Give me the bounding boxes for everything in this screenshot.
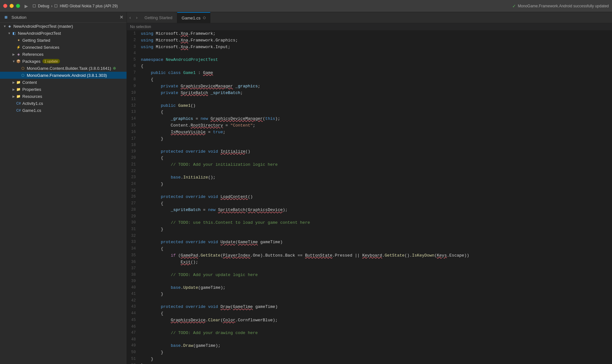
package1-update-icon: ⊕ (113, 66, 116, 70)
resources-item[interactable]: ▶ 📁 Resources (0, 93, 127, 100)
properties-label: Properties (22, 87, 41, 92)
code-line-33: 33 protected override void Update(GameTi… (127, 239, 612, 246)
code-line-40: 40 base.Update(gameTime); (127, 285, 612, 291)
references-icon: ◈ (16, 52, 21, 57)
tab-forward-button[interactable]: › (134, 12, 140, 23)
line-num-36: 36 (127, 259, 140, 266)
run-button[interactable]: ▶ (23, 3, 29, 9)
code-line-49: 49 base.Draw(gameTime); (127, 343, 612, 349)
line-content-26: protected override void LoadContent() (140, 194, 612, 200)
line-num-48: 48 (127, 337, 140, 343)
line-num-29: 29 (127, 214, 140, 220)
solution-node[interactable]: ▼ ◈ NewAndroidProjectTest (master) (0, 23, 127, 30)
game1-item[interactable]: C# Game1.cs (0, 107, 127, 114)
line-content-50: } (140, 349, 612, 356)
line-num-24: 24 (127, 181, 140, 188)
game1-icon: C# (16, 108, 21, 113)
code-line-8: 8 { (127, 76, 612, 83)
package1-label: MonoGame.Content.Builder.Task (3.8.0.164… (27, 66, 111, 71)
line-content-33: protected override void Update(GameTime … (140, 239, 612, 246)
code-line-20: 20 { (127, 155, 612, 162)
line-num-33: 33 (127, 239, 140, 246)
titlebar-status: ✓ MonoGame.Framework.Android successfull… (512, 4, 609, 9)
project-node[interactable]: ▼ ◧ NewAndroidProjectTest (0, 30, 127, 37)
content-icon: 📁 (16, 80, 21, 85)
references-item[interactable]: ▶ ◈ References (0, 51, 127, 58)
package-child-1[interactable]: ⬡ MonoGame.Content.Builder.Task (3.8.0.1… (0, 65, 127, 72)
package-child-2[interactable]: ⬡ MonoGame.Framework.Android (3.8.1.303) (0, 72, 127, 79)
main-layout: ⊞ Solution ✕ ▼ ◈ NewAndroidProjectTest (… (0, 12, 612, 364)
code-line-11: 11 (127, 96, 612, 102)
content-item[interactable]: ▶ 📁 Content (0, 79, 127, 86)
code-line-25: 25 (127, 188, 612, 194)
sidebar: ⊞ Solution ✕ ▼ ◈ NewAndroidProjectTest (… (0, 12, 127, 364)
code-line-6: 6 { (127, 63, 612, 70)
project-label: NewAndroidProjectTest (18, 31, 61, 36)
solution-icon: ◈ (7, 24, 12, 29)
maximize-button[interactable] (16, 4, 20, 8)
line-content-7: public class Game1 : Game (140, 70, 612, 76)
game1-tab-label: Game1.cs (182, 16, 200, 20)
line-content-30: // TODO: use this.Content to load your g… (140, 220, 612, 226)
line-num-8: 8 (127, 76, 140, 83)
line-content-38: // TODO: Add your update logic here (140, 272, 612, 279)
connected-services-item[interactable]: ⚡ Connected Services (0, 44, 127, 51)
game1-arrow (11, 108, 16, 113)
titlebar-info: ☐ Debug › ☐ HMD Global Nokia 7 plus (API… (33, 4, 118, 8)
code-line-7: 7 public class Game1 : Game (127, 70, 612, 76)
code-editor[interactable]: 1 using Microsoft.Xna.Framework; 2 using… (127, 31, 612, 364)
activity1-label: Activity1.cs (22, 101, 43, 106)
line-content-51: } (140, 356, 612, 363)
code-line-51: 51 } (127, 356, 612, 363)
close-sidebar-button[interactable]: ✕ (120, 15, 123, 20)
tab-back-button[interactable]: ‹ (127, 12, 134, 23)
line-content-40: base.Update(gameTime); (140, 285, 612, 291)
line-num-27: 27 (127, 200, 140, 207)
getting-started-item[interactable]: ✦ Getting Started (0, 37, 127, 44)
line-num-25: 25 (127, 188, 140, 194)
line-num-18: 18 (127, 142, 140, 148)
minimize-button[interactable] (10, 4, 14, 8)
line-num-19: 19 (127, 149, 140, 155)
properties-item[interactable]: ▶ 📁 Properties (0, 86, 127, 93)
properties-icon: 📁 (16, 87, 21, 92)
debug-label: Debug (38, 4, 49, 8)
line-num-31: 31 (127, 226, 140, 233)
line-num-47: 47 (127, 330, 140, 337)
tabs-bar: ‹ › Getting Started Game1.cs (127, 12, 612, 23)
close-button[interactable] (3, 4, 7, 8)
line-num-45: 45 (127, 317, 140, 324)
code-line-4: 4 (127, 50, 612, 56)
line-content-47: // TODO: Add your drawing code here (140, 330, 612, 337)
line-content-9: private GraphicsDeviceManager _graphics; (140, 83, 612, 90)
line-num-1: 1 (127, 31, 140, 37)
line-content-31: } (140, 226, 612, 233)
line-content-8: { (140, 76, 612, 83)
package2-icon: ⬡ (20, 73, 26, 78)
code-line-16: 16 IsMouseVisible = true; (127, 129, 612, 136)
line-content-23: base.Initialize(); (140, 174, 612, 181)
package2-arrow (16, 73, 20, 77)
code-line-23: 23 base.Initialize(); (127, 174, 612, 181)
activity1-item[interactable]: C# Activity1.cs (0, 100, 127, 107)
code-line-3: 3 using Microsoft.Xna.Framework.Input; (127, 44, 612, 51)
code-table: 1 using Microsoft.Xna.Framework; 2 using… (127, 31, 612, 364)
traffic-lights[interactable] (3, 4, 20, 8)
line-num-2: 2 (127, 37, 140, 44)
line-num-32: 32 (127, 233, 140, 239)
packages-arrow: ▼ (11, 59, 16, 63)
code-line-14: 14 _graphics = new GraphicsDeviceManager… (127, 116, 612, 122)
code-line-37: 37 (127, 266, 612, 272)
line-content-11 (140, 96, 612, 102)
line-content-44: { (140, 310, 612, 317)
solution-label: NewAndroidProjectTest (master) (13, 24, 73, 29)
line-num-16: 16 (127, 129, 140, 136)
line-num-17: 17 (127, 136, 140, 142)
packages-item[interactable]: ▼ 📦 Packages 1 update (0, 58, 127, 65)
device-icon: ☐ (54, 4, 58, 8)
tab-game1[interactable]: Game1.cs (177, 12, 210, 23)
line-content-45: GraphicsDevice.Clear(Color.CornflowerBlu… (140, 317, 612, 324)
line-content-46 (140, 324, 612, 330)
tab-getting-started[interactable]: Getting Started (140, 12, 177, 23)
solution-icon: ⊞ (3, 15, 8, 20)
